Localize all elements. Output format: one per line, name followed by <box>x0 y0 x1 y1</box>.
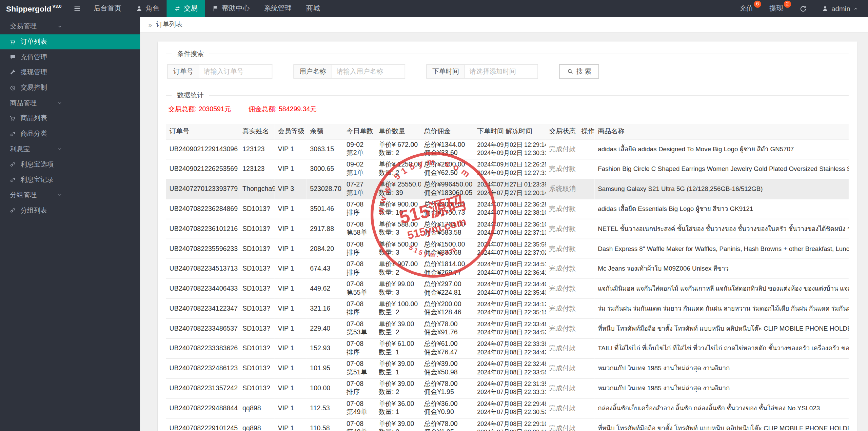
nav-item-4[interactable]: 系统管理 <box>257 0 299 17</box>
sidebar-group-0[interactable]: 交易管理 <box>0 19 140 34</box>
cell-actions <box>578 219 594 239</box>
table-row: UB2407082234406433SD1013?VIP 1449.6207-0… <box>166 278 849 298</box>
logo-text: Shippergold <box>6 4 51 13</box>
sidebar-item-12[interactable]: 分组列表 <box>0 203 140 218</box>
nav-item-label: 商城 <box>306 4 320 13</box>
column-header: 单价数量 <box>375 124 421 139</box>
app: ShippergoldV3.0 后台首页角色交易帮助中心系统管理商城 充值6提现… <box>0 0 868 431</box>
sidebar-item-3[interactable]: 提现管理 <box>0 65 140 80</box>
cell-today-orders: 07-08排序 <box>343 199 375 219</box>
refresh-button[interactable] <box>792 0 814 17</box>
orders-tbody: UB2409021229143096123123VIP 13063.1509-0… <box>166 139 849 431</box>
breadcrumb-arrow: » <box>149 21 152 28</box>
app-logo: ShippergoldV3.0 <box>0 0 68 17</box>
menu-toggle-button[interactable] <box>68 0 86 17</box>
cell-actions <box>578 239 594 259</box>
cell-product: adidas เสื้อยืด Essentials Big Logo ผู้ช… <box>594 199 848 219</box>
cell-times: 2024年09月02日 12:26:252024年09月02日 12:27:31 <box>474 159 546 179</box>
cell-total-commission: 总价¥36.00佣金¥0.90 <box>421 398 474 418</box>
sidebar-item-9[interactable]: 利息宝选项 <box>0 157 140 172</box>
cell-price-qty: 单价¥ 672.00数量: 2 <box>375 139 421 159</box>
cell-total-commission: 总价¥1344.00佣金¥33.60 <box>421 139 474 159</box>
cell-real-name: qq898 <box>239 398 274 418</box>
cell-times: 2024年07月27日 01:23:392024年07月27日 12:20:14 <box>474 179 546 199</box>
cell-real-name: qq898 <box>239 418 274 431</box>
column-header: 操作 <box>578 124 594 139</box>
search-field-input[interactable] <box>332 64 406 78</box>
cell-product: adidas เสื้อยืด adidas Designed To Move … <box>594 139 848 159</box>
sidebar-group-8[interactable]: 利息宝 <box>0 141 140 157</box>
search-field-0: 订单号 <box>167 64 272 78</box>
link-icon <box>9 176 16 183</box>
search-field-2: 下单时间 <box>426 64 538 78</box>
cell-today-orders: 07-08第49单 <box>343 398 375 418</box>
sidebar-item-label: 充值管理 <box>20 53 47 62</box>
comment-icon <box>9 54 16 61</box>
cell-status: 完成付款 <box>546 139 578 159</box>
cell-real-name: SD1013? <box>239 258 274 278</box>
cell-today-orders: 07-08第58单 <box>343 219 375 239</box>
sidebar-group-label: 交易管理 <box>10 22 36 31</box>
content-card: 条件搜索 订单号用户名称下单时间搜 索 数据统计 交易总额: 2030591元 … <box>158 41 857 431</box>
cell-order-no: UB2407082235596233 <box>166 239 239 259</box>
sidebar-item-7[interactable]: 商品分类 <box>0 126 140 141</box>
cell-balance: 229.40 <box>307 318 343 338</box>
cell-times: 2024年07月08日 22:34:402024年07月08日 22:35:43 <box>474 278 546 298</box>
orders-table: 订单号真实姓名会员等级余额今日单数单价数量总价佣金下单时间 解冻时间交易状态操作… <box>166 124 849 431</box>
sidebar-item-4[interactable]: 交易控制 <box>0 80 140 95</box>
nav-item-3[interactable]: 帮助中心 <box>205 0 257 17</box>
user-menu[interactable]: admin <box>814 0 866 17</box>
withdraw-label: 提现 <box>769 4 783 13</box>
cell-order-no: UB2407082232486123 <box>166 358 239 378</box>
sidebar: 交易管理订单列表充值管理提现管理交易控制商品管理商品列表商品分类利息宝利息宝选项… <box>0 17 140 431</box>
sidebar-group-11[interactable]: 分组管理 <box>0 188 140 203</box>
cell-today-orders: 07-08第55单 <box>343 278 375 298</box>
column-header: 今日单数 <box>343 124 375 139</box>
sidebar-item-1[interactable]: 订单列表 <box>0 34 140 50</box>
cell-times: 2024年07月08日 22:29:102024年07月08日 22:30:18 <box>474 418 546 431</box>
sidebar-item-label: 订单列表 <box>20 37 47 46</box>
cell-today-orders: 07-08排序 <box>343 258 375 278</box>
search-field-input[interactable] <box>465 64 538 78</box>
recharge-button[interactable]: 充值6 <box>732 0 762 17</box>
withdraw-button[interactable]: 提现2 <box>762 0 792 17</box>
cell-balance: 3000.65 <box>307 159 343 179</box>
search-legend: 条件搜索 <box>172 49 209 59</box>
breadcrumb-current: 订单列表 <box>156 20 182 30</box>
stats-fieldset: 数据统计 交易总额: 2030591元 佣金总额: 584299.34元 <box>166 91 849 121</box>
exchange-icon <box>174 5 181 12</box>
sidebar-group-5[interactable]: 商品管理 <box>0 96 140 111</box>
cell-product: Fashion Big Circle C Shaped Earrings Wom… <box>594 159 848 179</box>
cell-times: 2024年07月08日 22:31:352024年07月08日 22:33:31 <box>474 378 546 398</box>
search-button[interactable]: 搜 索 <box>559 64 599 78</box>
sidebar-item-10[interactable]: 利息宝记录 <box>0 172 140 188</box>
sidebar-item-6[interactable]: 商品列表 <box>0 111 140 126</box>
sidebar-group-label: 分组管理 <box>10 190 36 200</box>
cell-times: 2024年07月08日 22:32:482024年07月08日 22:33:55 <box>474 358 546 378</box>
cell-vip-level: VIP 1 <box>275 139 307 159</box>
nav-item-2[interactable]: 交易 <box>166 0 205 17</box>
nav-item-0[interactable]: 后台首页 <box>86 0 129 17</box>
cell-product: TAILI ที่ใส่ไข่ไก่ ที่เก็บไข่ไก่ ที่ใส่ไ… <box>594 338 848 358</box>
cell-product: หมวกแก๊ป วินเทจ 1985 งานใหม่ล่าสุด งานดี… <box>594 378 848 398</box>
table-header-row: 订单号真实姓名会员等级余额今日单数单价数量总价佣金下单时间 解冻时间交易状态操作… <box>166 124 849 139</box>
cell-actions <box>578 139 594 159</box>
cell-price-qty: 单价¥ 61.00数量: 1 <box>375 338 421 358</box>
table-row: UB2407082229101245qq898VIP 1110.5807-08第… <box>166 418 849 431</box>
sidebar-item-label: 提现管理 <box>20 68 47 77</box>
link-icon <box>9 131 16 137</box>
nav-item-5[interactable]: 商城 <box>299 0 327 17</box>
withdraw-badge: 2 <box>784 1 791 8</box>
cell-product: แจกันมินิมอล แจกันใส่ดอกไม้ แจกันเกาหลี … <box>594 278 848 298</box>
cart-icon <box>9 39 16 45</box>
cell-price-qty: 单价¥ 1250.00数量: 2 <box>375 159 421 179</box>
cell-price-qty: 单价¥ 39.00数量: 2 <box>375 378 421 398</box>
refresh-icon <box>799 5 807 13</box>
sidebar-item-2[interactable]: 充值管理 <box>0 50 140 65</box>
table-row: UB2407082236284869SD1013?VIP 13501.4607-… <box>166 199 849 219</box>
table-row: UB2409021226253569123123VIP 13000.6509-0… <box>166 159 849 179</box>
search-field-input[interactable] <box>199 64 273 78</box>
cell-product: ที่หนีบ โทรศัพท์มือถือ ขาตั้ง โทรศัพท์ แ… <box>594 418 848 431</box>
nav-item-1[interactable]: 角色 <box>129 0 167 17</box>
chevron-up-icon <box>853 6 859 11</box>
